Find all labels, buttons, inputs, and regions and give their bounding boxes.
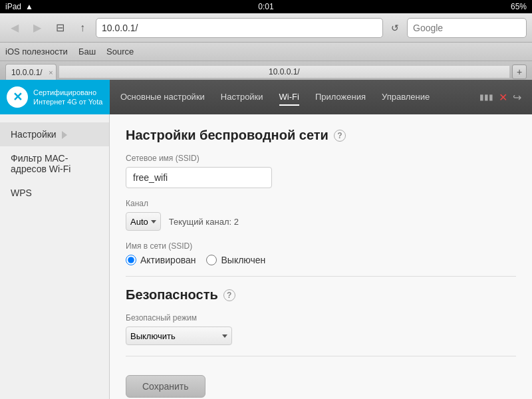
- security-section-title: Безопасность ?: [126, 287, 516, 303]
- tab-center-url: 10.0.0.1/: [59, 66, 509, 78]
- status-bar: iPad ▲ 0:01 65%: [0, 0, 532, 13]
- sidebar-arrow: [62, 131, 67, 139]
- share-button[interactable]: ↑: [73, 19, 92, 37]
- active-tab[interactable]: 10.0.0.1/ ×: [5, 64, 57, 80]
- security-mode-group: Безопасный режим Выключить: [126, 313, 516, 345]
- channel-option-label: Auto: [130, 217, 148, 227]
- bookmark-bash[interactable]: Баш: [78, 47, 96, 57]
- security-mode-value: Выключить: [130, 331, 176, 341]
- back-button[interactable]: ◀: [5, 19, 24, 37]
- battery-icon: ▮▮▮: [479, 92, 493, 102]
- radio-enabled-label: Активирован: [140, 255, 196, 265]
- nav-settings[interactable]: Настройки: [221, 89, 263, 106]
- exit-icon[interactable]: ↪: [513, 91, 521, 104]
- sidebar-item-wps[interactable]: WPS: [0, 181, 109, 205]
- status-right: 65%: [511, 2, 527, 11]
- bookmark-source[interactable]: Source: [106, 47, 134, 57]
- wifi-icon: ▲: [25, 2, 33, 11]
- section-divider: [126, 276, 516, 277]
- bookmark-button[interactable]: ⊟: [51, 19, 69, 37]
- radio-enabled-input[interactable]: [126, 255, 136, 265]
- sidebar: Настройки Фильтр МАС-адресов Wi-Fi WPS: [0, 114, 110, 399]
- security-title-text: Безопасность: [126, 287, 218, 303]
- ssid-broadcast-group: Имя в сети (SSID) Активирован Выключен: [126, 241, 516, 265]
- yota-text: Сертифицировано Интернет 4G от Yota: [33, 88, 102, 107]
- nav-wifi[interactable]: Wi-Fi: [279, 89, 299, 106]
- radio-disabled-label: Выключен: [221, 255, 265, 265]
- tab-url-label: 10.0.0.1/: [11, 68, 43, 77]
- nav-apps[interactable]: Приложения: [315, 89, 366, 106]
- security-mode-dropdown[interactable]: Выключить: [126, 327, 232, 345]
- radio-disabled-option[interactable]: Выключен: [206, 255, 265, 265]
- sidebar-item-mac-filter[interactable]: Фильтр МАС-адресов Wi-Fi: [0, 146, 109, 181]
- router-nav: Основные настройки Настройки Wi-Fi Прило…: [110, 80, 532, 114]
- browser-toolbar: ◀ ▶ ⊟ ↑ ↺: [0, 13, 532, 43]
- ssid-broadcast-radio-group: Активирован Выключен: [126, 255, 516, 265]
- sidebar-settings-label: Настройки: [11, 129, 57, 140]
- channel-dropdown[interactable]: Auto: [126, 212, 161, 231]
- security-help-icon[interactable]: ?: [223, 289, 235, 301]
- bottom-divider: [126, 356, 516, 356]
- nav-icons: ▮▮▮ ✕ ↪: [479, 91, 521, 104]
- current-channel-info: Текущий канал: 2: [169, 217, 239, 227]
- nav-manage[interactable]: Управление: [382, 89, 430, 106]
- carrier-label: iPad: [5, 2, 21, 11]
- bookmark-ios[interactable]: iOS полезности: [5, 47, 68, 57]
- battery-label: 65%: [511, 2, 527, 11]
- address-bar[interactable]: [96, 18, 383, 38]
- security-mode-arrow: [222, 334, 227, 338]
- channel-dropdown-arrow: [151, 220, 156, 223]
- ssid-broadcast-label: Имя в сети (SSID): [126, 241, 516, 251]
- wifi-help-icon[interactable]: ?: [334, 130, 346, 142]
- nav-basic-settings[interactable]: Основные настройки: [120, 89, 205, 106]
- sidebar-mac-label: Фильтр МАС-адресов Wi-Fi: [11, 153, 70, 174]
- router-header: ✕ Сертифицировано Интернет 4G от Yota Ос…: [0, 80, 532, 114]
- ssid-field-group: Сетевое имя (SSID): [126, 154, 516, 188]
- status-left: iPad ▲: [5, 2, 33, 11]
- yota-logo: ✕ Сертифицировано Интернет 4G от Yota: [0, 80, 110, 114]
- current-channel-label: Текущий канал:: [169, 217, 231, 227]
- sidebar-item-settings[interactable]: Настройки: [0, 122, 109, 146]
- security-mode-label: Безопасный режим: [126, 313, 516, 323]
- wifi-title-text: Настройки беспроводной сети: [126, 128, 329, 143]
- wifi-section-title: Настройки беспроводной сети ?: [126, 128, 516, 143]
- ssid-input[interactable]: [126, 167, 272, 188]
- channel-row: Auto Текущий канал: 2: [126, 212, 516, 231]
- tab-close-button[interactable]: ×: [49, 68, 53, 76]
- current-channel-value: 2: [234, 217, 239, 227]
- sidebar-wps-label: WPS: [11, 188, 32, 198]
- yota-line2: Интернет 4G от Yota: [33, 97, 102, 106]
- status-time: 0:01: [258, 2, 273, 11]
- yota-line1: Сертифицировано: [33, 88, 102, 97]
- security-section: Безопасность ? Безопасный режим Выключит…: [126, 287, 516, 345]
- tab-bar: 10.0.0.1/ × 10.0.0.1/ +: [0, 61, 532, 80]
- new-tab-button[interactable]: +: [512, 65, 527, 79]
- channel-label: Канал: [126, 199, 516, 208]
- yota-icon: ✕: [7, 86, 28, 108]
- radio-disabled-input[interactable]: [206, 255, 217, 265]
- radio-enabled-option[interactable]: Активирован: [126, 255, 196, 265]
- ssid-label: Сетевое имя (SSID): [126, 154, 516, 163]
- search-input[interactable]: [407, 18, 527, 38]
- channel-field-group: Канал Auto Текущий канал: 2: [126, 199, 516, 231]
- save-button[interactable]: Сохранить: [126, 375, 205, 398]
- reload-button[interactable]: ↺: [387, 19, 403, 37]
- main-layout: Настройки Фильтр МАС-адресов Wi-Fi WPS Н…: [0, 114, 532, 399]
- content-panel: Настройки беспроводной сети ? Сетевое им…: [110, 114, 532, 399]
- forward-button[interactable]: ▶: [28, 19, 47, 37]
- signal-icon: ✕: [499, 91, 507, 104]
- bookmarks-bar: iOS полезности Баш Source: [0, 43, 532, 61]
